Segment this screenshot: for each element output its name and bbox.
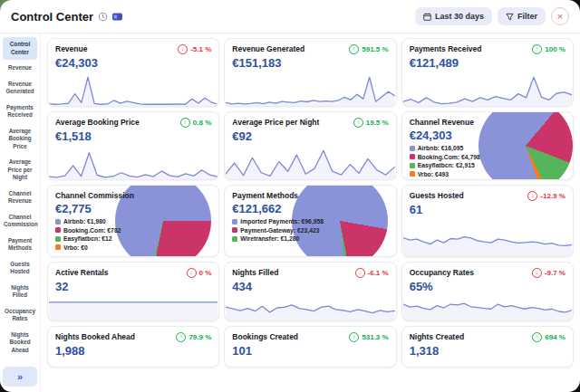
legend-item-booking-com: Booking.Com: €782 — [55, 227, 211, 234]
legend-swatch — [232, 236, 237, 242]
legend-item-payment-gateway: Payment-Gateway: €23,423 — [232, 227, 388, 234]
card-title: Bookings Created — [232, 332, 298, 341]
legend-swatch — [410, 163, 415, 168]
arrow-down-circle-icon: ↓ — [178, 44, 188, 54]
change-value: -9.7 % — [545, 269, 566, 277]
card-value: 434 — [232, 280, 388, 293]
card-average-booking-price[interactable]: Average Booking Price↑0.8 %€1,518 — [47, 111, 219, 180]
legend-swatch — [55, 227, 61, 233]
card-title: Nights Filled — [232, 268, 278, 277]
legend-swatch — [232, 227, 237, 233]
change-badge: ↓0 % — [187, 268, 212, 278]
legend-item-imported-payments: Imported Payments: €96,958 — [232, 218, 388, 225]
clock-icon[interactable] — [98, 12, 108, 22]
legend-label: Imported Payments: €96,958 — [240, 218, 324, 225]
legend-label: Easyflatbcn: €12 — [63, 235, 112, 242]
card-value: 101 — [232, 344, 388, 358]
sidebar-item-channel-commission[interactable]: Channel Commission — [3, 210, 37, 233]
sidebar-item-nights-filled[interactable]: Nights Filled — [3, 281, 37, 303]
arrow-down-circle-icon: ↓ — [532, 268, 542, 278]
card-nights-created[interactable]: Nights Created↑694 %1,318 — [401, 326, 574, 368]
sparkline-chart — [49, 148, 218, 179]
legend-item-easyflatbcn: Easyflatbcn: €2,915 — [410, 162, 566, 168]
sidebar-item-occupancy-rates[interactable]: Occupancy Rates — [3, 304, 37, 327]
card-revenue-generated[interactable]: Revenue Generated↑591.5 %€151,183 — [224, 38, 396, 107]
card-value: €121,662 — [232, 202, 388, 215]
card-average-price-per-night[interactable]: Average Price per Night↑19.5 %€92 — [224, 111, 396, 180]
card-payment-methods[interactable]: Payment Methods€121,662Imported Payments… — [224, 185, 396, 257]
header-bar: Control Center Last 30 days Filter × — [0, 0, 580, 33]
card-guests-hosted[interactable]: Guests Hosted↓-12.9 %61 — [401, 185, 574, 257]
change-value: 0.8 % — [193, 119, 211, 127]
filter-icon — [506, 13, 514, 21]
legend-label: Booking.Com: €4,798 — [418, 154, 480, 160]
legend-swatch — [410, 171, 415, 177]
card-value: 1,988 — [55, 344, 211, 358]
sparkline-chart — [226, 75, 394, 106]
sidebar-item-nights-booked-ahead[interactable]: Nights Booked Ahead — [3, 328, 37, 359]
sidebar-item-channel-revenue[interactable]: Channel Revenue — [3, 186, 37, 209]
card-value: €2,775 — [55, 202, 211, 215]
change-badge: ↓-5.1 % — [178, 44, 211, 54]
arrow-up-circle-icon: ↑ — [353, 118, 363, 128]
dashboard-badge-icon[interactable] — [112, 13, 122, 21]
card-nights-booked-ahead[interactable]: Nights Booked Ahead↑79.9 %1,988 — [47, 326, 219, 368]
change-badge: ↑591.5 % — [349, 44, 388, 54]
card-channel-revenue[interactable]: Channel Revenue€24,303Airbnb: €16,095Boo… — [401, 111, 574, 180]
sidebar-item-control-center[interactable]: Control Center — [3, 37, 37, 60]
change-badge: ↑0.8 % — [180, 118, 211, 128]
legend-swatch — [410, 154, 415, 159]
sparkline-chart — [49, 290, 218, 320]
card-channel-commission[interactable]: Channel Commission€2,775Airbnb: €1,980Bo… — [47, 185, 219, 257]
card-value: 61 — [410, 203, 566, 216]
legend: Imported Payments: €96,958Payment-Gatewa… — [232, 218, 388, 242]
arrow-up-circle-icon: ↑ — [532, 332, 542, 342]
card-payments-received[interactable]: Payments Received↑100 %€121,489 — [401, 38, 574, 107]
card-title: Guests Hosted — [410, 191, 464, 200]
sidebar-expand-button[interactable]: » — [3, 367, 37, 387]
card-occupancy-rates[interactable]: Occupancy Rates↓-9.7 %65% — [401, 262, 574, 321]
date-range-button[interactable]: Last 30 days — [415, 7, 492, 25]
window-body: Control CenterRevenueRevenue GeneratedPa… — [0, 33, 580, 392]
card-value: €151,183 — [232, 56, 388, 70]
close-icon: × — [557, 12, 563, 22]
filter-button[interactable]: Filter — [498, 7, 546, 25]
arrow-up-circle-icon: ↑ — [180, 118, 190, 128]
sparkline-chart — [226, 148, 394, 179]
card-value: 1,318 — [410, 344, 566, 358]
change-value: 19.5 % — [366, 119, 389, 127]
card-revenue[interactable]: Revenue↓-5.1 %€24,303 — [47, 38, 219, 107]
change-badge: ↑694 % — [532, 332, 566, 342]
card-title: Payments Received — [410, 44, 482, 53]
card-title: Nights Created — [410, 332, 464, 341]
sidebar-item-guests-hosted[interactable]: Guests Hosted — [3, 257, 37, 280]
sidebar-item-average-price-per-night[interactable]: Average Price per Night — [3, 155, 37, 186]
calendar-icon — [423, 13, 431, 21]
legend-swatch — [55, 244, 61, 250]
card-value: €92 — [232, 129, 388, 143]
sidebar-item-revenue[interactable]: Revenue — [3, 61, 37, 76]
card-grid: Revenue↓-5.1 %€24,303Revenue Generated↑5… — [41, 33, 580, 392]
sparkline-chart — [49, 75, 218, 106]
change-badge: ↑19.5 % — [353, 118, 389, 128]
sidebar-item-payments-received[interactable]: Payments Received — [3, 100, 37, 123]
card-active-rentals[interactable]: Active Rentals↓0 %32 — [47, 262, 219, 321]
card-title: Revenue — [55, 44, 87, 53]
change-badge: ↓-9.7 % — [532, 268, 566, 278]
card-title: Channel Commission — [55, 191, 134, 200]
legend-swatch — [55, 236, 61, 242]
change-badge: ↑100 % — [532, 44, 566, 54]
legend-item-vrbo: Vrbo: €0 — [55, 244, 211, 251]
sidebar-item-payment-methods[interactable]: Payment Methods — [3, 234, 37, 256]
legend-item-airbnb: Airbnb: €1,980 — [55, 218, 211, 225]
close-button[interactable]: × — [551, 7, 569, 25]
sidebar: Control CenterRevenueRevenue GeneratedPa… — [0, 33, 41, 392]
sidebar-item-average-booking-price[interactable]: Average Booking Price — [3, 124, 37, 155]
card-title: Active Rentals — [55, 268, 109, 277]
card-nights-filled[interactable]: Nights Filled↓-6.1 %434 — [224, 262, 396, 321]
change-value: 79.9 % — [188, 333, 211, 341]
card-bookings-created[interactable]: Bookings Created↑531.3 %101 — [224, 326, 396, 368]
arrow-up-circle-icon: ↑ — [349, 44, 359, 54]
change-value: 694 % — [545, 333, 566, 341]
sidebar-item-revenue-generated[interactable]: Revenue Generated — [3, 77, 37, 100]
